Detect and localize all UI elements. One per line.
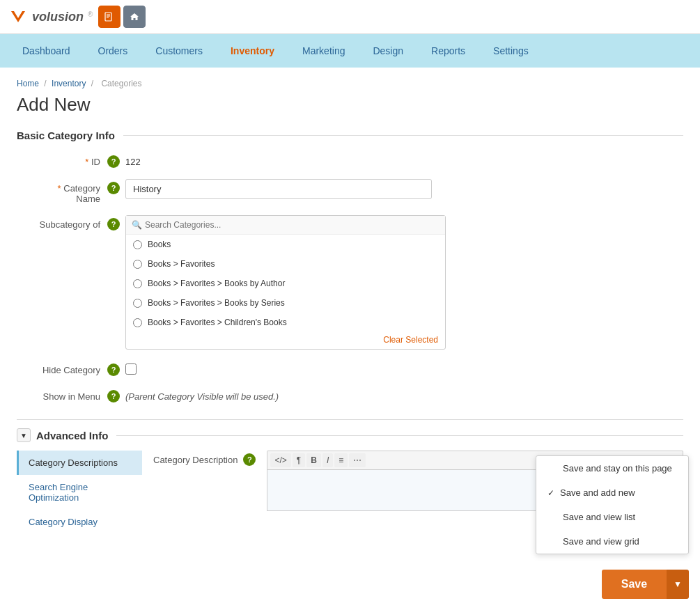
advanced-header: ▼ Advanced Info xyxy=(17,428,683,442)
nav-bar: Dashboard Orders Customers Inventory Mar… xyxy=(0,34,700,68)
category-radio-1[interactable] xyxy=(133,260,142,269)
section-divider xyxy=(123,135,683,136)
subcategory-dropdown: 🔍 Books Books > Favorites Books > Favori… xyxy=(125,215,446,350)
id-help-icon[interactable]: ? xyxy=(107,155,120,168)
save-dropdown: Save and stay on this page ✓ Save and ad… xyxy=(536,455,689,545)
save-view-grid-label: Save and view grid xyxy=(563,536,639,545)
save-stay-label: Save and stay on this page xyxy=(563,463,672,474)
id-label: * ID xyxy=(17,152,107,167)
category-option-label-2: Books > Favorites > Books by Author xyxy=(148,279,285,288)
svg-marker-0 xyxy=(11,11,25,22)
show-in-menu-label: Show in Menu xyxy=(17,387,107,402)
collapse-button[interactable]: ▼ xyxy=(17,428,31,442)
category-option-1[interactable]: Books > Favorites xyxy=(126,254,445,274)
breadcrumb-home[interactable]: Home xyxy=(17,79,39,88)
tab-seo[interactable]: Search Engine Optimization xyxy=(17,475,142,510)
id-value: 122 xyxy=(125,152,141,167)
advanced-info-title: Advanced Info xyxy=(36,430,108,441)
save-add-new-label: Save and add new xyxy=(560,487,635,498)
category-name-row: * CategoryName ? xyxy=(17,179,683,204)
nav-design[interactable]: Design xyxy=(359,34,417,68)
side-tabs: Category Descriptions Search Engine Opti… xyxy=(17,451,142,534)
edit-icon-btn[interactable] xyxy=(98,6,120,28)
editor-btn-code[interactable]: </> xyxy=(270,453,290,467)
breadcrumb-inventory[interactable]: Inventory xyxy=(52,79,86,88)
breadcrumb-sep2: / xyxy=(91,79,93,88)
category-name-help-icon[interactable]: ? xyxy=(107,182,120,194)
category-name-label: * CategoryName xyxy=(17,179,107,204)
category-option-2[interactable]: Books > Favorites > Books by Author xyxy=(126,274,445,293)
logo-trademark: ® xyxy=(88,10,93,18)
category-radio-3[interactable] xyxy=(133,299,142,308)
subcategory-label: Subcategory of xyxy=(17,215,107,230)
editor-btn-more[interactable]: ⋯ xyxy=(349,453,366,467)
subcategory-dropdown-container: 🔍 Books Books > Favorites Books > Favori… xyxy=(125,215,446,350)
show-in-menu-info: (Parent Category Visible will be used.) xyxy=(125,387,279,402)
show-in-menu-help-icon[interactable]: ? xyxy=(107,390,120,402)
category-radio-4[interactable] xyxy=(133,318,142,327)
save-view-list-label: Save and view list xyxy=(563,512,635,522)
save-add-new-option[interactable]: ✓ Save and add new xyxy=(536,480,688,505)
breadcrumb-sep1: / xyxy=(44,79,46,88)
category-description-label: Category Description xyxy=(153,451,238,465)
nav-orders[interactable]: Orders xyxy=(84,34,142,68)
clear-selected-link[interactable]: Clear Selected xyxy=(126,332,445,349)
category-option-label-1: Books > Favorites xyxy=(148,259,215,269)
nav-inventory[interactable]: Inventory xyxy=(217,34,288,68)
editor-btn-italic[interactable]: I xyxy=(322,453,333,467)
id-row: * ID ? 122 xyxy=(17,152,683,168)
svg-marker-5 xyxy=(130,13,139,20)
basic-info-title: Basic Category Info xyxy=(17,130,115,141)
basic-info-section-header: Basic Category Info xyxy=(17,130,683,141)
breadcrumb: Home / Inventory / Categories xyxy=(17,79,683,88)
category-name-input[interactable] xyxy=(125,179,432,199)
tab-category-display[interactable]: Category Display xyxy=(17,510,142,534)
category-option-label-0: Books xyxy=(148,240,171,249)
top-bar: volusion ® xyxy=(0,0,700,34)
category-option-label-4: Books > Favorites > Children's Books xyxy=(148,318,287,327)
nav-settings[interactable]: Settings xyxy=(479,34,543,68)
save-stay-option[interactable]: Save and stay on this page xyxy=(536,456,688,480)
category-radio-0[interactable] xyxy=(133,240,142,249)
category-option-4[interactable]: Books > Favorites > Children's Books xyxy=(126,313,445,332)
subcategory-search-wrap: 🔍 xyxy=(126,216,445,235)
editor-btn-bold[interactable]: B xyxy=(306,453,321,467)
subcategory-help-icon[interactable]: ? xyxy=(107,218,120,230)
svg-rect-1 xyxy=(105,13,111,21)
nav-marketing[interactable]: Marketing xyxy=(288,34,359,68)
category-name-field-wrap xyxy=(125,179,432,199)
logo-icon xyxy=(8,7,28,26)
editor-btn-para[interactable]: ¶ xyxy=(293,453,305,467)
tab-category-descriptions[interactable]: Category Descriptions xyxy=(17,451,142,475)
category-radio-2[interactable] xyxy=(133,279,142,288)
breadcrumb-categories: Categories xyxy=(101,79,141,88)
category-option-3[interactable]: Books > Favorites > Books by Series xyxy=(126,293,445,313)
save-view-grid-option[interactable]: Save and view grid xyxy=(536,529,688,545)
nav-dashboard[interactable]: Dashboard xyxy=(8,34,84,68)
save-view-list-option[interactable]: Save and view list xyxy=(536,505,688,529)
logo-text: volusion xyxy=(32,10,84,24)
page-title: Add New xyxy=(17,94,683,116)
home-icon-btn[interactable] xyxy=(123,6,146,28)
hide-category-row: Hide Category ? xyxy=(17,361,683,376)
nav-customers[interactable]: Customers xyxy=(141,34,217,68)
advanced-section-line xyxy=(116,435,683,436)
nav-reports[interactable]: Reports xyxy=(417,34,479,68)
hide-category-checkbox[interactable] xyxy=(125,363,137,375)
hide-category-label: Hide Category xyxy=(17,361,107,375)
hide-category-help-icon[interactable]: ? xyxy=(107,363,120,376)
logo: volusion ® xyxy=(8,7,93,26)
show-in-menu-row: Show in Menu ? (Parent Category Visible … xyxy=(17,387,683,402)
subcategory-search-icon: 🔍 xyxy=(132,220,142,230)
editor-btn-align[interactable]: ≡ xyxy=(334,453,348,467)
category-description-help-icon[interactable]: ? xyxy=(243,453,256,466)
category-option-0[interactable]: Books xyxy=(126,235,445,254)
top-bar-icons xyxy=(98,6,146,28)
subcategory-row: Subcategory of ? 🔍 Books Books > Favorit… xyxy=(17,215,683,350)
subcategory-search-input[interactable] xyxy=(145,220,440,230)
category-option-label-3: Books > Favorites > Books by Series xyxy=(148,298,285,308)
save-add-new-check: ✓ xyxy=(547,488,554,498)
